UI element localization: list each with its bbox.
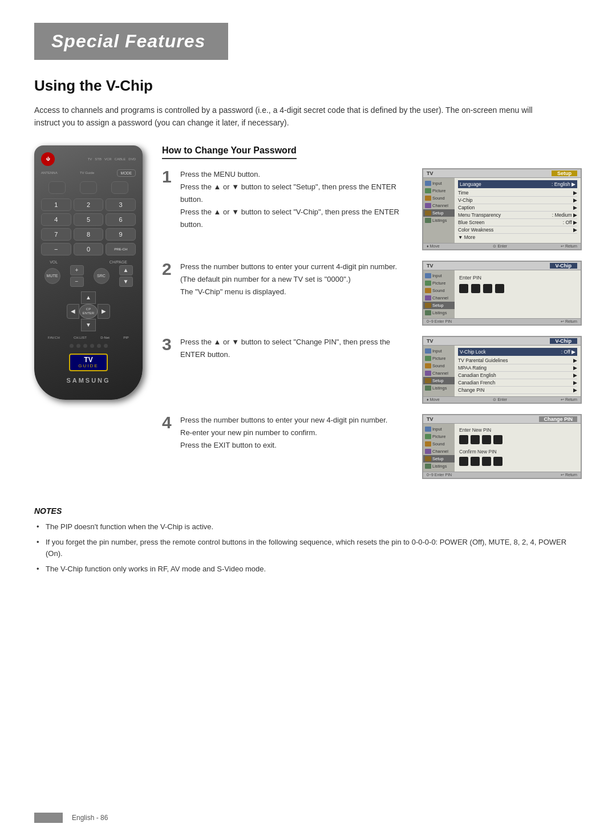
step-2-number: 2 <box>162 261 175 278</box>
tv-label-3: TV <box>427 338 433 344</box>
num-5[interactable]: 5 <box>74 213 104 226</box>
tv-guide-logo: TV GUIDE <box>69 354 107 372</box>
num-2[interactable]: 2 <box>74 198 104 211</box>
enter-pin-label: Enter PIN <box>459 275 576 281</box>
ch-up-button[interactable]: ▲ <box>119 265 133 275</box>
step-1-number: 1 <box>162 168 175 185</box>
antenna-label: ANTENNA <box>41 171 58 175</box>
remote-btn-1[interactable] <box>48 181 66 194</box>
note-item-3: • The V-Chip function only works in RF, … <box>34 563 582 575</box>
vol-label: VOL <box>50 260 58 264</box>
num-0[interactable]: 0 <box>74 243 104 255</box>
dpad-left[interactable]: ◀ <box>67 304 79 319</box>
how-to-title: How to Change Your Password <box>162 145 297 159</box>
vchip-menu-label: V-Chip <box>550 338 578 344</box>
source-label-vcr: VCR <box>104 157 112 161</box>
setup-menu-label: Setup <box>552 171 577 176</box>
page-footer: English - 86 <box>34 813 582 823</box>
mode-button[interactable]: MODE <box>117 169 136 177</box>
step-1: 1 Press the MENU button. Press the ▲ or … <box>162 168 582 250</box>
steps-panel: How to Change Your Password 1 Press the … <box>162 145 582 489</box>
remote-control: ⏻ TV STB VCR CABLE DVD ANTENNA TV Guide … <box>34 145 148 400</box>
num-1[interactable]: 1 <box>41 198 71 211</box>
tv-screen-setup: TV Setup Input Picture <box>422 168 582 250</box>
step-2-text: Press the number buttons to enter your c… <box>180 261 416 298</box>
step-3: 3 Press the ▲ or ▼ button to select "Cha… <box>162 336 582 404</box>
ch-list-label: CH.LIST <box>74 336 87 339</box>
intro-text: Access to channels and programs is contr… <box>34 104 548 129</box>
d-net-label: D-Net <box>100 336 110 339</box>
section-title: Using the V-Chip <box>34 77 582 95</box>
notes-title: NOTES <box>34 506 582 516</box>
num-7[interactable]: 7 <box>41 228 71 241</box>
mute-button[interactable]: MUTE <box>44 268 60 284</box>
source-label-dvd: DVD <box>128 157 136 161</box>
footer-page-number: English - 86 <box>72 814 108 822</box>
source-button[interactable]: SRC <box>94 268 110 284</box>
num-9[interactable]: 9 <box>106 228 136 241</box>
fav-ch-label: FAV.CH <box>48 336 60 339</box>
step-1-text: Press the MENU button. Press the ▲ or ▼ … <box>180 168 416 231</box>
num-minus[interactable]: − <box>41 243 71 255</box>
step-2: 2 Press the number buttons to enter your… <box>162 261 582 326</box>
source-label-cable: CABLE <box>115 157 126 161</box>
remote-btn-2[interactable] <box>80 181 97 194</box>
ch-page-label: CH/PAGE <box>110 260 127 264</box>
step-4-number: 4 <box>162 414 175 431</box>
source-label-stb: STB <box>95 157 102 161</box>
source-label-tv: TV <box>88 157 92 161</box>
ch-down-button[interactable]: ▼ <box>119 277 133 287</box>
enter-new-pin-label: Enter New PIN <box>459 427 576 433</box>
pip-label: PIP <box>123 336 129 339</box>
step-3-number: 3 <box>162 336 175 353</box>
tv-label-1: TV <box>427 171 433 176</box>
vchip-pin-menu-label: V-Chip <box>550 263 578 269</box>
pre-ch-button[interactable]: PRE-CH <box>106 243 136 255</box>
note-item-2: • If you forget the pin number, press th… <box>34 537 582 561</box>
step-3-text: Press the ▲ or ▼ button to select "Chang… <box>180 336 416 361</box>
dpad-center[interactable]: CPENTER <box>79 304 98 319</box>
footer-bar <box>34 813 63 823</box>
dpad-up[interactable]: ▲ <box>81 291 96 304</box>
dpad-right[interactable]: ▶ <box>98 304 110 319</box>
vol-up-button[interactable]: + <box>70 265 84 275</box>
samsung-logo: SAMSUNG <box>41 377 136 384</box>
tvguide-label: TV Guide <box>80 171 94 175</box>
dpad-down[interactable]: ▼ <box>81 319 96 331</box>
step-4-text: Press the number buttons to enter your n… <box>180 414 416 452</box>
tv-screen-vchip-menu: TV V-Chip Input Picture Sound Channel Se… <box>422 336 582 404</box>
step-4: 4 Press the number buttons to enter your… <box>162 414 582 479</box>
tv-screen-vchip-pin: TV V-Chip Input Picture Sound Channel Se… <box>422 261 582 326</box>
tv-screen-change-pin: TV Change PIN Input Picture Sound Channe… <box>422 414 582 479</box>
note-item-1: • The PIP doesn't function when the V-Ch… <box>34 521 582 533</box>
change-pin-menu-label: Change PIN <box>539 416 577 422</box>
power-button[interactable]: ⏻ <box>41 152 55 166</box>
notes-section: NOTES • The PIP doesn't function when th… <box>34 506 582 575</box>
vol-down-button[interactable]: − <box>70 277 84 287</box>
tv-label-2: TV <box>427 263 433 269</box>
remote-btn-3[interactable] <box>111 181 128 194</box>
num-3[interactable]: 3 <box>106 198 136 211</box>
num-8[interactable]: 8 <box>74 228 104 241</box>
num-4[interactable]: 4 <box>41 213 71 226</box>
confirm-new-pin-label: Confirm New PIN <box>459 449 576 455</box>
num-6[interactable]: 6 <box>106 213 136 226</box>
tv-label-4: TV <box>427 416 433 422</box>
page-title: Special Features <box>51 31 205 52</box>
